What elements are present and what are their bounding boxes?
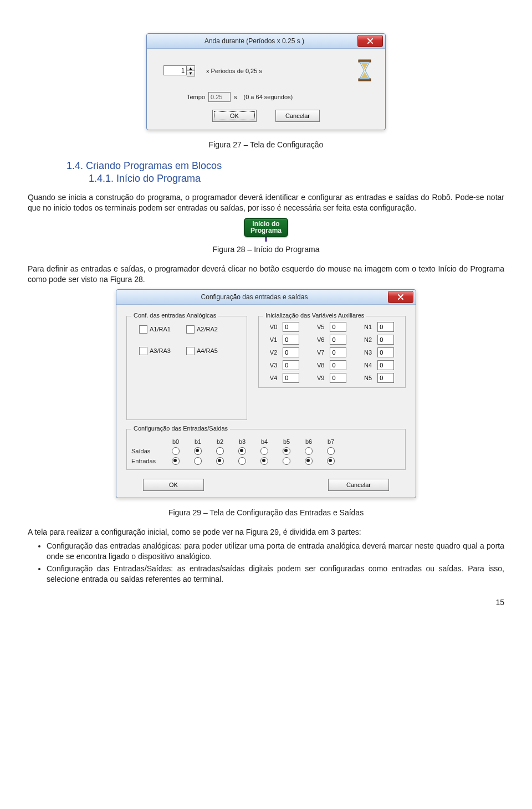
var-label-n3: N3 xyxy=(357,347,373,357)
period-label: x Períodos de 0,25 s xyxy=(206,68,262,74)
paragraph-3: A tela para realizar a configuração inic… xyxy=(28,527,504,537)
var-grid: V0V5N1V1V6N2V2V7N3V3V8N4V4V9N5 xyxy=(263,322,401,383)
radio-entradas-b4[interactable] xyxy=(260,457,268,465)
radio-entradas-b2[interactable] xyxy=(216,457,224,465)
bullet-2: Configuração das Entradas/Saídas: as ent… xyxy=(47,564,504,585)
var-input-n4[interactable] xyxy=(377,360,394,370)
var-input-v3[interactable] xyxy=(283,360,299,370)
radio-entradas-b6[interactable] xyxy=(305,457,313,465)
ok-button[interactable]: OK xyxy=(212,110,257,122)
dialog2-title: Configuração das entradas e saídas xyxy=(121,293,388,301)
var-input-v5[interactable] xyxy=(330,322,346,332)
group-vars-legend: Inicialização das Variáveis Auxiliares xyxy=(263,312,366,319)
checkbox-icon xyxy=(186,325,195,334)
period-spinner[interactable]: ▲ ▼ xyxy=(163,65,195,76)
tempo-label: Tempo xyxy=(187,94,205,100)
inicio-programa-badge[interactable]: Início do Programa xyxy=(244,218,288,237)
radio-entradas-b0[interactable] xyxy=(172,457,180,465)
check-a4[interactable]: A4/RA5 xyxy=(186,347,218,355)
io-col-b3: b3 xyxy=(231,438,253,445)
var-input-v1[interactable] xyxy=(283,335,299,345)
paragraph-1: Quando se inicia a construção do program… xyxy=(28,192,504,213)
var-label-v7: V7 xyxy=(310,347,325,357)
tempo-value xyxy=(208,92,231,102)
figure-29-caption: Figura 29 – Tela de Configuração das Ent… xyxy=(28,508,504,517)
tempo-hint: (0 a 64 segundos) xyxy=(244,94,293,100)
var-input-v6[interactable] xyxy=(330,335,346,345)
radio-entradas-b5[interactable] xyxy=(283,457,290,465)
radio-saidas-b6[interactable] xyxy=(305,447,313,455)
var-input-v0[interactable] xyxy=(283,322,299,332)
group-io-legend: Configuração das Entradas/Saidas xyxy=(131,425,230,432)
var-input-n1[interactable] xyxy=(377,322,394,332)
badge-line2: Programa xyxy=(250,227,282,234)
paragraph-2: Para definir as entradas e saídas, o pro… xyxy=(28,264,504,285)
var-input-v7[interactable] xyxy=(330,347,346,357)
dialog-config-io: Configuração das entradas e saídas Conf.… xyxy=(116,289,416,498)
io-col-b2: b2 xyxy=(209,438,231,445)
hourglass-icon xyxy=(356,59,373,82)
svg-rect-1 xyxy=(359,79,371,81)
group-analog-legend: Conf. das entradas Analógicas xyxy=(131,312,218,319)
close-button-2[interactable] xyxy=(388,291,413,303)
var-input-v9[interactable] xyxy=(330,373,346,383)
io-col-b0: b0 xyxy=(165,438,187,445)
group-vars: Inicialização das Variáveis Auxiliares V… xyxy=(258,316,406,388)
var-input-n2[interactable] xyxy=(377,335,394,345)
spinner-buttons[interactable]: ▲ ▼ xyxy=(187,65,195,76)
spinner-up[interactable]: ▲ xyxy=(187,66,195,71)
bullet-1: Configuração das entradas analógicas: pa… xyxy=(47,541,504,562)
var-label-n4: N4 xyxy=(357,360,373,370)
close-icon xyxy=(397,294,404,300)
io-grid: b0b1b2b3b4b5b6b7SaídasEntradas xyxy=(131,438,401,465)
checkbox-icon xyxy=(186,347,195,355)
var-input-v8[interactable] xyxy=(330,360,346,370)
io-col-b7: b7 xyxy=(320,438,342,445)
close-button[interactable] xyxy=(357,35,383,47)
var-input-n5[interactable] xyxy=(377,373,394,383)
var-label-n1: N1 xyxy=(357,322,373,332)
radio-saidas-b4[interactable] xyxy=(260,447,268,455)
var-label-v0: V0 xyxy=(263,322,278,332)
radio-entradas-b3[interactable] xyxy=(238,457,246,465)
check-a2[interactable]: A2/RA2 xyxy=(186,325,218,334)
heading-1-4: 1.4. Criando Programas em Blocos xyxy=(66,160,504,172)
io-col-b6: b6 xyxy=(298,438,320,445)
radio-saidas-b1[interactable] xyxy=(194,447,202,455)
radio-saidas-b3[interactable] xyxy=(238,447,246,455)
var-label-n2: N2 xyxy=(357,335,373,345)
tempo-unit: s xyxy=(234,94,237,100)
io-row-label-entradas: Entradas xyxy=(131,457,165,465)
var-label-v2: V2 xyxy=(263,347,278,357)
var-input-n3[interactable] xyxy=(377,347,394,357)
group-io: Configuração das Entradas/Saidas b0b1b2b… xyxy=(126,429,406,470)
radio-saidas-b2[interactable] xyxy=(216,447,224,455)
radio-entradas-b1[interactable] xyxy=(194,457,202,465)
var-input-v4[interactable] xyxy=(283,373,299,383)
cancel-button-2[interactable]: Cancelar xyxy=(328,479,389,491)
figure-28-caption: Figura 28 – Início do Programa xyxy=(28,245,504,254)
radio-entradas-b7[interactable] xyxy=(327,457,335,465)
period-value[interactable] xyxy=(163,65,187,75)
checkbox-icon xyxy=(139,347,147,355)
var-label-n5: N5 xyxy=(357,373,373,383)
var-label-v5: V5 xyxy=(310,322,325,332)
dialog-titlebar: Anda durante (Períodos x 0.25 s ) xyxy=(147,34,385,49)
radio-saidas-b5[interactable] xyxy=(283,447,290,455)
radio-saidas-b7[interactable] xyxy=(327,447,335,455)
io-col-b1: b1 xyxy=(187,438,209,445)
cancel-button[interactable]: Cancelar xyxy=(275,110,320,122)
radio-saidas-b0[interactable] xyxy=(172,447,180,455)
var-input-v2[interactable] xyxy=(283,347,299,357)
var-label-v1: V1 xyxy=(263,335,278,345)
spinner-down[interactable]: ▼ xyxy=(187,71,195,76)
svg-rect-0 xyxy=(359,60,371,62)
check-a1[interactable]: A1/RA1 xyxy=(139,325,171,334)
io-col-b5: b5 xyxy=(275,438,298,445)
check-a3[interactable]: A3/RA3 xyxy=(139,347,171,355)
var-label-v9: V9 xyxy=(310,373,325,383)
group-analog: Conf. das entradas Analógicas A1/RA1 A2/… xyxy=(126,316,247,420)
dialog-title: Anda durante (Períodos x 0.25 s ) xyxy=(151,37,357,45)
ok-button-2[interactable]: OK xyxy=(143,479,204,491)
var-label-v8: V8 xyxy=(310,360,325,370)
